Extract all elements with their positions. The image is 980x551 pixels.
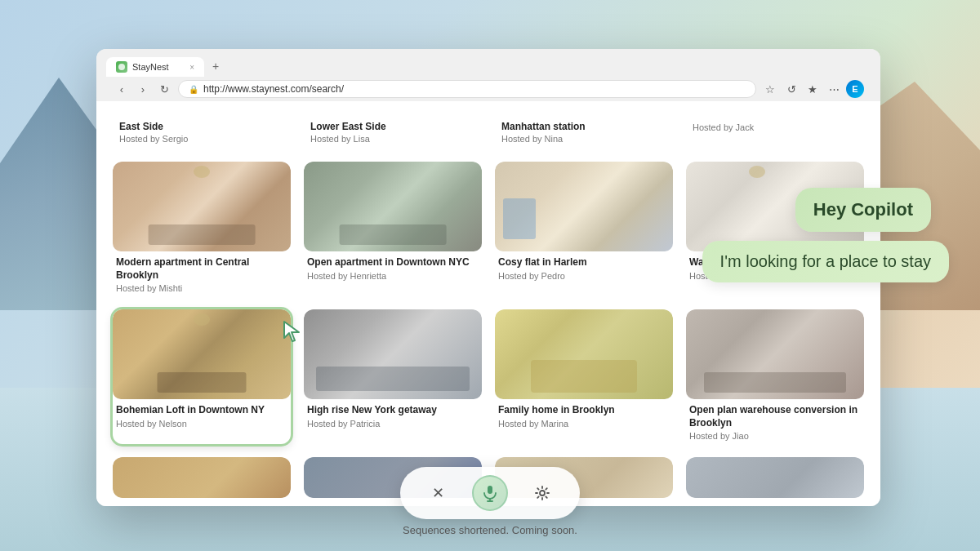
web-content: East Side Hosted by Sergio Lower East Si… bbox=[96, 101, 880, 506]
partial-card-2[interactable]: Lower East Side Hosted by Lisa bbox=[304, 114, 482, 149]
toolbar-pill: ✕ bbox=[400, 467, 580, 519]
furniture-bohemian bbox=[158, 372, 247, 393]
back-button[interactable]: ‹ bbox=[113, 80, 131, 98]
browser-toolbar-icons: ☆ ↺ ★ ⋯ E bbox=[761, 80, 864, 98]
listing-image-row4-1 bbox=[113, 457, 291, 498]
listing-info-bohemian: Bohemian Loft in Downtown NY Hosted by N… bbox=[113, 399, 291, 432]
listing-host-warehouse: Hosted by Jiao bbox=[689, 431, 861, 441]
listing-host-highrise: Hosted by Patricia bbox=[307, 419, 479, 429]
partial-card-1-host: Hosted by Sergio bbox=[119, 134, 284, 144]
listing-title-family-brooklyn: Family home in Brooklyn bbox=[498, 404, 670, 417]
partial-card-4[interactable]: Hosted by Jack bbox=[686, 114, 864, 149]
listing-image-harlem bbox=[495, 162, 673, 251]
listing-host-downtown-nyc: Hosted by Henrietta bbox=[307, 271, 479, 281]
address-bar[interactable]: 🔒 http://www.staynest.com/search/ bbox=[178, 80, 756, 98]
tab-favicon bbox=[116, 61, 127, 73]
furniture-decoration-2 bbox=[340, 224, 447, 245]
listing-card-central-brooklyn[interactable]: Modern apartment in Central Brooklyn Hos… bbox=[113, 162, 291, 296]
edge-profile-icon[interactable]: E bbox=[846, 80, 864, 98]
chandelier-decoration bbox=[194, 166, 210, 178]
partial-card-1-title: East Side bbox=[119, 121, 284, 132]
cursor-arrow bbox=[279, 318, 305, 344]
listing-info-family-brooklyn: Family home in Brooklyn Hosted by Marina bbox=[495, 399, 673, 432]
more-icon[interactable]: ⋯ bbox=[825, 80, 843, 98]
partial-card-4-host: Hosted by Jack bbox=[693, 122, 858, 132]
chandelier-walden bbox=[749, 166, 765, 178]
listing-card-warehouse[interactable]: Open plan warehouse conversion in Brookl… bbox=[686, 309, 864, 444]
bottom-toolbar: ✕ Sequences shortened. Coming soon. bbox=[400, 467, 580, 536]
listing-title-bohemian: Bohemian Loft in Downtown NY bbox=[116, 404, 287, 417]
listing-card-bohemian[interactable]: Bohemian Loft in Downtown NY Hosted by N… bbox=[113, 309, 291, 444]
listing-info-central-brooklyn: Modern apartment in Central Brooklyn Hos… bbox=[113, 251, 291, 296]
partial-card-2-title: Lower East Side bbox=[310, 121, 475, 132]
listing-image-central-brooklyn bbox=[113, 162, 291, 251]
listing-info-highrise: High rise New York getaway Hosted by Pat… bbox=[304, 399, 482, 432]
listing-title-warehouse: Open plan warehouse conversion in Brookl… bbox=[689, 404, 861, 429]
refresh-button[interactable]: ↻ bbox=[155, 80, 173, 98]
listing-card-row4-1[interactable] bbox=[113, 457, 291, 498]
listing-host-central-brooklyn: Hosted by Mishti bbox=[116, 283, 287, 293]
copilot-bubble-1: Hey Copilot bbox=[795, 188, 931, 232]
chandelier-bohemian bbox=[194, 313, 210, 326]
svg-rect-1 bbox=[488, 486, 492, 494]
listing-host-family-brooklyn: Hosted by Marina bbox=[498, 419, 670, 429]
listing-host-bohemian: Hosted by Nelson bbox=[116, 419, 287, 429]
copilot-bubble-2: I'm looking for a place to stay bbox=[702, 241, 949, 282]
svg-point-4 bbox=[540, 491, 545, 495]
listing-image-row4-4 bbox=[686, 457, 864, 498]
listing-card-harlem[interactable]: Cosy flat in Harlem Hosted by Pedro bbox=[495, 162, 673, 296]
listing-info-warehouse: Open plan warehouse conversion in Brookl… bbox=[686, 399, 864, 444]
listing-host-harlem: Hosted by Pedro bbox=[498, 271, 670, 281]
partial-card-3-host: Hosted by Nina bbox=[501, 134, 666, 144]
partial-card-2-host: Hosted by Lisa bbox=[310, 134, 475, 144]
listing-title-harlem: Cosy flat in Harlem bbox=[498, 256, 670, 269]
settings-button[interactable] bbox=[528, 478, 557, 508]
address-lock-icon: 🔒 bbox=[189, 85, 198, 94]
listing-card-row4-4[interactable] bbox=[686, 457, 864, 498]
listing-image-family-brooklyn bbox=[495, 309, 673, 399]
refresh-nav-icon[interactable]: ↺ bbox=[782, 80, 800, 98]
star-icon[interactable]: ★ bbox=[804, 80, 822, 98]
listing-image-highrise bbox=[304, 309, 482, 399]
browser-tab-bar: StayNest × + bbox=[106, 56, 871, 77]
listing-title-highrise: High rise New York getaway bbox=[307, 404, 479, 417]
listings-row-3: Bohemian Loft in Downtown NY Hosted by N… bbox=[113, 309, 864, 444]
forward-button[interactable]: › bbox=[134, 80, 152, 98]
partial-card-1[interactable]: East Side Hosted by Sergio bbox=[113, 114, 291, 149]
listing-image-warehouse bbox=[686, 309, 864, 399]
close-button[interactable]: ✕ bbox=[423, 478, 452, 508]
listing-card-downtown-nyc[interactable]: Open apartment in Downtown NYC Hosted by… bbox=[304, 162, 482, 296]
listing-info-downtown-nyc: Open apartment in Downtown NYC Hosted by… bbox=[304, 251, 482, 284]
svg-point-0 bbox=[118, 64, 125, 70]
tab-title: StayNest bbox=[132, 62, 169, 72]
listing-info-harlem: Cosy flat in Harlem Hosted by Pedro bbox=[495, 251, 673, 284]
new-tab-button[interactable]: + bbox=[206, 56, 225, 77]
listing-title-central-brooklyn: Modern apartment in Central Brooklyn bbox=[116, 256, 287, 282]
listing-image-downtown-nyc bbox=[304, 162, 482, 251]
address-bar-row: ‹ › ↻ 🔒 http://www.staynest.com/search/ … bbox=[106, 77, 871, 101]
listing-image-bohemian bbox=[113, 309, 291, 399]
listing-card-highrise[interactable]: High rise New York getaway Hosted by Pat… bbox=[304, 309, 482, 444]
bottom-caption: Sequences shortened. Coming soon. bbox=[403, 524, 577, 536]
partial-card-3[interactable]: Manhattan station Hosted by Nina bbox=[495, 114, 673, 149]
browser-chrome: StayNest × + ‹ › ↻ 🔒 http://www.staynest… bbox=[96, 49, 880, 101]
listing-title-downtown-nyc: Open apartment in Downtown NYC bbox=[307, 256, 479, 269]
address-url: http://www.staynest.com/search/ bbox=[203, 83, 344, 95]
favorites-icon[interactable]: ☆ bbox=[761, 80, 779, 98]
furniture-decoration bbox=[149, 224, 256, 245]
mic-button[interactable] bbox=[472, 475, 508, 511]
partial-card-3-title: Manhattan station bbox=[501, 121, 666, 132]
nav-controls: ‹ › ↻ bbox=[113, 80, 173, 98]
browser-tab-active[interactable]: StayNest × bbox=[106, 57, 204, 77]
partial-listings-row: East Side Hosted by Sergio Lower East Si… bbox=[113, 114, 864, 149]
tab-close-button[interactable]: × bbox=[189, 63, 194, 72]
listing-card-family-brooklyn[interactable]: Family home in Brooklyn Hosted by Marina bbox=[495, 309, 673, 444]
